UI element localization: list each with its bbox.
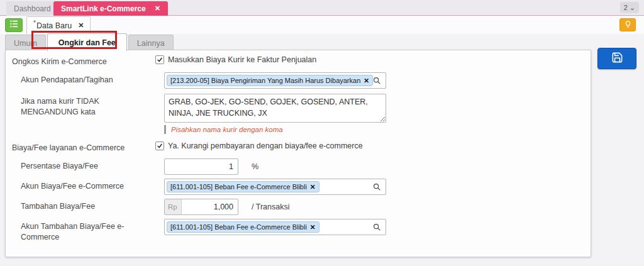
fee-account-select[interactable]: [611.001-105] Beban Fee e-Commerce Blibl… <box>164 179 386 195</box>
lightbulb-icon <box>624 19 632 31</box>
unsaved-indicator: * <box>33 19 36 26</box>
hint-divider <box>164 125 166 134</box>
tab-lainnya[interactable]: Lainnya <box>128 35 174 51</box>
menu-list-button[interactable] <box>5 18 23 32</box>
chip-remove-icon[interactable]: ✕ <box>310 183 316 191</box>
checkmark-icon <box>157 143 163 149</box>
doc-tab-data-baru[interactable]: * Data Baru ✕ <box>26 16 91 34</box>
save-button[interactable] <box>597 48 636 69</box>
hint-text: Pisahkan nama kurir dengan koma <box>171 126 283 133</box>
close-icon[interactable]: ✕ <box>78 21 84 30</box>
percent-suffix: % <box>252 162 258 171</box>
tab-lainnya-label: Lainnya <box>137 39 165 48</box>
section-label-ongkos-kirim: Ongkos Kirim e-Commerce <box>6 54 155 67</box>
extra-fee-input-group: Rp <box>164 199 238 215</box>
search-icon[interactable] <box>372 182 381 194</box>
tab-smartlink-label: SmartLink e-Commerce <box>61 4 146 13</box>
label-akun-biaya-fee: Akun Biaya/Fee e-Commerce <box>6 179 155 192</box>
extra-fee-account-select[interactable]: [611.001-105] Beban Fee e-Commerce Blibl… <box>164 219 386 235</box>
ongkir-dan-fee-panel: Ongkos Kirim e-Commerce Masukkan Biaya K… <box>5 50 591 257</box>
tab-smartlink-ecommerce[interactable]: SmartLink e-Commerce ✕ <box>53 1 168 16</box>
chip-remove-icon[interactable]: ✕ <box>364 77 369 84</box>
include-courier-fee-checkbox-row[interactable]: Masukkan Biaya Kurir ke Faktur Penjualan <box>155 54 316 64</box>
courier-keywords-hint: Pisahkan nama kurir dengan koma <box>164 125 283 134</box>
tab-ongkir-label: Ongkir dan Fee <box>58 38 116 47</box>
extra-fee-input[interactable] <box>182 199 238 214</box>
checkbox-reduce-payment[interactable] <box>155 141 164 150</box>
search-icon[interactable] <box>372 223 381 234</box>
doc-tab-label: Data Baru <box>36 21 72 30</box>
checkbox-include-courier-fee[interactable] <box>155 55 164 64</box>
chip-remove-icon[interactable]: ✕ <box>310 223 316 231</box>
label-tambahan-biaya: Tambahan Biaya/Fee <box>6 199 155 212</box>
label-persentase: Persentase Biaya/Fee <box>6 158 155 172</box>
reduce-payment-checkbox-row[interactable]: Ya. Kurangi pembayaran dengan biaya/fee … <box>155 140 363 150</box>
account-chip: [611.001-105] Beban Fee e-Commerce Blibl… <box>167 221 319 233</box>
courier-keywords-textarea[interactable]: GRAB, GO-JEK, GO-SEND, GOJEK, GOSEND, AN… <box>164 94 386 123</box>
main-tab-bar: Dashboard SmartLink e-Commerce ✕ 2 ⌄ <box>0 0 644 16</box>
chip-text: [213.200-05] Biaya Pengiriman Yang Masih… <box>170 77 360 84</box>
checkbox-label: Masukkan Biaya Kurir ke Faktur Penjualan <box>168 55 316 64</box>
tab-dashboard[interactable]: Dashboard <box>6 1 58 16</box>
label-akun-pendapatan: Akun Pendapatan/Tagihan <box>6 72 155 86</box>
account-chip: [213.200-05] Biaya Pengiriman Yang Masih… <box>167 75 373 86</box>
income-account-select[interactable]: [213.200-05] Biaya Pengiriman Yang Masih… <box>164 72 386 89</box>
checkbox-label: Ya. Kurangi pembayaran dengan biaya/fee … <box>168 141 363 150</box>
checkmark-icon <box>157 57 163 63</box>
list-icon <box>9 19 19 31</box>
label-akun-tambahan: Akun Tambahan Biaya/Fee e-Commerce <box>6 219 155 243</box>
chevron-down-icon: ⌄ <box>630 4 635 12</box>
document-toolbar: * Data Baru ✕ <box>0 16 644 34</box>
tab-ongkir-dan-fee[interactable]: Ongkir dan Fee <box>47 33 127 51</box>
currency-prefix: Rp <box>165 199 182 214</box>
session-count-dropdown[interactable]: 2 ⌄ <box>620 2 639 13</box>
label-courier-keywords: Jika nama kurir TIDAK MENGANDUNG kata <box>6 94 155 118</box>
percentage-input[interactable] <box>164 158 238 175</box>
chip-text: [611.001-105] Beban Fee e-Commerce Blibl… <box>170 183 307 191</box>
section-label-biaya-fee: Biaya/Fee layanan e-Commerce <box>6 140 155 153</box>
per-transaction-suffix: / Transaksi <box>252 202 289 211</box>
close-icon[interactable]: ✕ <box>155 4 160 13</box>
tab-dashboard-label: Dashboard <box>14 4 51 13</box>
session-count: 2 <box>624 4 628 11</box>
search-icon[interactable] <box>372 76 381 87</box>
tab-umum-label: Umum <box>14 39 37 48</box>
save-icon <box>611 52 623 66</box>
chip-text: [611.001-105] Beban Fee e-Commerce Blibl… <box>170 223 307 231</box>
settings-tab-bar: Umum Ongkir dan Fee Lainnya <box>5 33 175 51</box>
account-chip: [611.001-105] Beban Fee e-Commerce Blibl… <box>167 181 319 192</box>
tab-umum[interactable]: Umum <box>5 35 46 51</box>
tips-button[interactable] <box>619 18 636 31</box>
